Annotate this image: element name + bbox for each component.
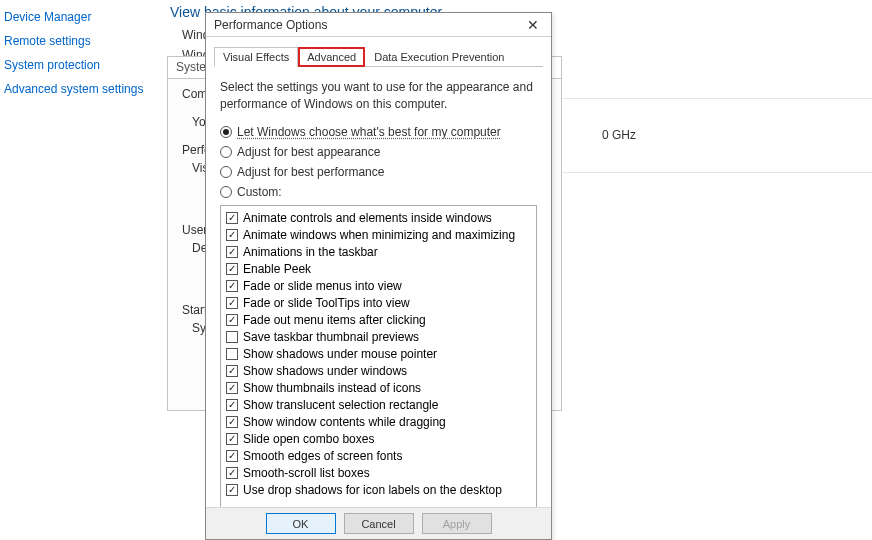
checklist-item-label: Slide open combo boxes: [243, 431, 374, 448]
radio-icon: [220, 146, 232, 158]
radio-icon: [220, 126, 232, 138]
checklist-item-label: Smooth edges of screen fonts: [243, 448, 402, 465]
tab-advanced[interactable]: Advanced: [298, 47, 365, 67]
checkbox-icon: ✓: [226, 365, 238, 377]
dialog-title: Performance Options: [214, 18, 327, 32]
checklist-item[interactable]: ✓Show shadows under windows: [226, 363, 531, 380]
checklist-item-label: Fade out menu items after clicking: [243, 312, 426, 329]
cancel-button[interactable]: Cancel: [344, 513, 414, 534]
checklist-item-label: Show shadows under windows: [243, 363, 407, 380]
checklist-item-label: Fade or slide menus into view: [243, 278, 402, 295]
checklist-item-label: Show thumbnails instead of icons: [243, 380, 421, 397]
checklist-item[interactable]: ✓Animate controls and elements inside wi…: [226, 210, 531, 227]
checklist-item[interactable]: ✓Slide open combo boxes: [226, 431, 531, 448]
tab-visual-effects[interactable]: Visual Effects: [214, 47, 298, 67]
radio-label: Custom:: [237, 185, 282, 199]
checklist-item[interactable]: ✓Use drop shadows for icon labels on the…: [226, 482, 531, 499]
checkbox-icon: ✓: [226, 416, 238, 428]
checkbox-icon: ✓: [226, 246, 238, 258]
checklist-item[interactable]: ✓Smooth-scroll list boxes: [226, 465, 531, 482]
visual-effects-checklist[interactable]: ✓Animate controls and elements inside wi…: [220, 205, 537, 511]
checkbox-icon: ✓: [226, 297, 238, 309]
apply-button[interactable]: Apply: [422, 513, 492, 534]
checkbox-icon: ✓: [226, 382, 238, 394]
checklist-item-label: Animations in the taskbar: [243, 244, 378, 261]
checkbox-icon: [226, 331, 238, 343]
checklist-item[interactable]: ✓Animations in the taskbar: [226, 244, 531, 261]
checklist-item[interactable]: ✓Fade out menu items after clicking: [226, 312, 531, 329]
nav-device-manager[interactable]: Device Manager: [4, 10, 143, 24]
checkbox-icon: ✓: [226, 433, 238, 445]
checkbox-icon: ✓: [226, 484, 238, 496]
dialog-titlebar: Performance Options ✕: [206, 13, 551, 37]
checklist-item[interactable]: ✓Animate windows when minimizing and max…: [226, 227, 531, 244]
checklist-item[interactable]: ✓Fade or slide ToolTips into view: [226, 295, 531, 312]
system-left-nav: Device Manager Remote settings System pr…: [4, 10, 143, 96]
nav-remote-settings[interactable]: Remote settings: [4, 34, 143, 48]
checklist-item-label: Show shadows under mouse pointer: [243, 346, 437, 363]
checkbox-icon: ✓: [226, 263, 238, 275]
checkbox-icon: ✓: [226, 212, 238, 224]
checklist-item-label: Smooth-scroll list boxes: [243, 465, 370, 482]
checkbox-icon: ✓: [226, 399, 238, 411]
checklist-item[interactable]: Show shadows under mouse pointer: [226, 346, 531, 363]
checklist-item[interactable]: ✓Show window contents while dragging: [226, 414, 531, 431]
ok-button[interactable]: OK: [266, 513, 336, 534]
radio-best-appearance[interactable]: Adjust for best appearance: [220, 145, 537, 159]
checklist-item-label: Use drop shadows for icon labels on the …: [243, 482, 502, 499]
radio-label: Let Windows choose what's best for my co…: [237, 125, 501, 139]
dialog-button-row: OK Cancel Apply: [206, 507, 551, 539]
checklist-item-label: Animate controls and elements inside win…: [243, 210, 492, 227]
radio-label: Adjust for best appearance: [237, 145, 380, 159]
checkbox-icon: ✓: [226, 314, 238, 326]
nav-system-protection[interactable]: System protection: [4, 58, 143, 72]
radio-custom[interactable]: Custom:: [220, 185, 537, 199]
checklist-item[interactable]: ✓Smooth edges of screen fonts: [226, 448, 531, 465]
checklist-item[interactable]: Save taskbar thumbnail previews: [226, 329, 531, 346]
checklist-item[interactable]: ✓Show thumbnails instead of icons: [226, 380, 531, 397]
radio-best-performance[interactable]: Adjust for best performance: [220, 165, 537, 179]
nav-advanced-system-settings[interactable]: Advanced system settings: [4, 82, 143, 96]
checklist-item-label: Enable Peek: [243, 261, 311, 278]
checklist-item-label: Animate windows when minimizing and maxi…: [243, 227, 515, 244]
performance-options-dialog: Performance Options ✕ Visual Effects Adv…: [205, 12, 552, 540]
cpu-speed-fragment: 0 GHz: [602, 128, 636, 142]
dialog-description: Select the settings you want to use for …: [220, 79, 537, 113]
checkbox-icon: ✓: [226, 450, 238, 462]
checkbox-icon: ✓: [226, 467, 238, 479]
checklist-item[interactable]: ✓Enable Peek: [226, 261, 531, 278]
checklist-item[interactable]: ✓Fade or slide menus into view: [226, 278, 531, 295]
tab-data-execution-prevention[interactable]: Data Execution Prevention: [365, 47, 513, 67]
close-button[interactable]: ✕: [523, 17, 543, 33]
checklist-item-label: Show window contents while dragging: [243, 414, 446, 431]
checklist-item[interactable]: ✓Show translucent selection rectangle: [226, 397, 531, 414]
checkbox-icon: [226, 348, 238, 360]
checkbox-icon: ✓: [226, 229, 238, 241]
checkbox-icon: ✓: [226, 280, 238, 292]
radio-icon: [220, 166, 232, 178]
radio-icon: [220, 186, 232, 198]
checklist-item-label: Fade or slide ToolTips into view: [243, 295, 410, 312]
checklist-item-label: Show translucent selection rectangle: [243, 397, 438, 414]
radio-label: Adjust for best performance: [237, 165, 384, 179]
radio-let-windows-choose[interactable]: Let Windows choose what's best for my co…: [220, 125, 537, 139]
tabs-row: Visual Effects Advanced Data Execution P…: [214, 45, 543, 67]
checklist-item-label: Save taskbar thumbnail previews: [243, 329, 419, 346]
